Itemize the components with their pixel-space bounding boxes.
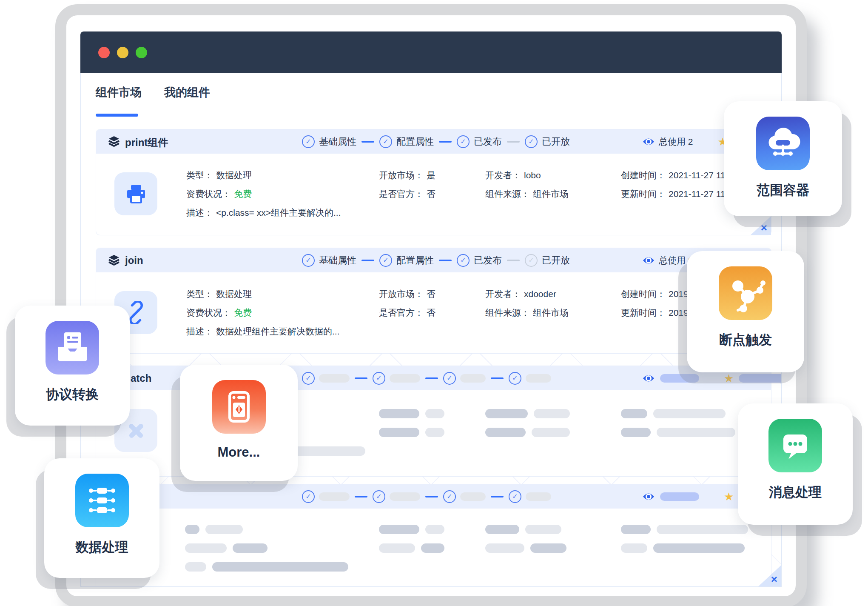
close-icon[interactable]: × <box>761 222 767 233</box>
inbox-icon <box>46 321 99 374</box>
skeleton-pill <box>460 492 486 501</box>
step-connector <box>361 260 374 261</box>
step-label: 基础属性 <box>319 254 356 267</box>
floating-card-more[interactable]: More... <box>180 365 298 481</box>
active-tab-underline <box>96 114 138 117</box>
close-icon[interactable]: × <box>771 574 777 585</box>
skeleton-bar <box>185 543 227 553</box>
field-open-market: 开放市场：是 <box>379 169 435 181</box>
field-source: 组件来源：组件市场 <box>485 307 569 319</box>
skeleton-bar <box>621 543 647 553</box>
skeleton-bar <box>657 525 748 534</box>
step-connector <box>361 141 374 143</box>
skeleton-pill <box>460 374 486 383</box>
step-connector <box>439 260 452 261</box>
component-card-print[interactable]: print组件 ✓基础属性 ✓配置属性 ✓已发布 ✓已开放 总使用 2 ★ <box>96 129 771 235</box>
storefront-icon <box>212 380 266 434</box>
skeleton-bar <box>653 543 745 553</box>
step-label: 配置属性 <box>396 254 434 267</box>
check-icon: ✓ <box>443 490 456 503</box>
step-connector <box>491 377 504 379</box>
skeleton-bar <box>425 428 444 437</box>
check-icon: ✓ <box>373 372 385 385</box>
skeleton-bar <box>657 428 735 437</box>
card-body: 类型：数据处理 资费状况：免费 描述：数据处理组件主要解决数据的... 开放市场… <box>96 272 771 353</box>
check-icon: ✓ <box>457 135 470 148</box>
field-official: 是否官方：否 <box>379 188 435 200</box>
chat-bubble-icon <box>768 419 822 472</box>
printer-icon <box>114 172 157 215</box>
component-card-join[interactable]: join ✓基础属性 ✓配置属性 ✓已发布 ✓已开放 总使用 6 ★ <box>96 248 771 354</box>
close-window-icon[interactable] <box>98 47 110 58</box>
eye-icon <box>642 492 655 502</box>
card-close-fold[interactable]: × <box>751 216 771 235</box>
field-fee: 资费状况：免费 <box>186 188 252 200</box>
eye-icon <box>642 137 655 147</box>
floating-card-label: 消息处理 <box>769 483 822 501</box>
skeleton-bar <box>532 428 570 437</box>
step-connector <box>425 377 438 379</box>
field-desc: 描述：<p.class= xx>组件主要解决的... <box>186 207 341 219</box>
tab-my-components[interactable]: 我的组件 <box>164 85 210 100</box>
skeleton-bar <box>379 428 419 437</box>
skeleton-bar <box>485 525 519 534</box>
maximize-window-icon[interactable] <box>136 47 147 58</box>
minimize-window-icon[interactable] <box>117 47 128 58</box>
step-connector <box>507 260 520 261</box>
skeleton-bar <box>621 409 647 418</box>
check-icon: ✓ <box>379 254 392 267</box>
field-updated: 更新时间：2019-1 <box>621 307 696 319</box>
field-type: 类型：数据处理 <box>186 288 252 300</box>
field-open-market: 开放市场：否 <box>379 288 435 300</box>
floating-card-protocol-convert[interactable]: 协议转换 <box>15 306 130 426</box>
skeleton-bar <box>485 428 526 437</box>
skeleton-pill <box>526 374 551 383</box>
content-close-fold[interactable]: × <box>758 565 781 586</box>
field-type: 类型：数据处理 <box>186 169 252 181</box>
step-connector <box>507 141 520 143</box>
skeleton-pill <box>526 492 551 501</box>
check-icon: ✓ <box>302 490 315 503</box>
check-icon: ✓ <box>302 372 315 385</box>
star-icon: ★ <box>724 491 734 502</box>
skeleton-pill <box>660 374 699 383</box>
check-icon: ✓ <box>302 135 315 148</box>
card-header: join ✓基础属性 ✓配置属性 ✓已发布 ✓已开放 总使用 6 ★ <box>96 248 771 272</box>
floating-card-label: 协议转换 <box>46 386 99 403</box>
molecule-icon <box>719 266 772 320</box>
skeleton-bar <box>379 409 419 418</box>
skeleton-pill <box>390 492 420 501</box>
card-header: ✓ ✓ ✓ ✓ ★ <box>96 484 771 509</box>
floating-card-breakpoint-trigger[interactable]: 断点触发 <box>687 251 804 372</box>
skeleton-bar <box>534 409 570 418</box>
step-label: 已开放 <box>542 135 570 148</box>
status-steps-skeleton: ✓ ✓ ✓ ✓ <box>302 366 551 390</box>
field-created: 创建时间：2021-11-27 11:2 <box>621 169 733 181</box>
component-name-fragment: atch <box>131 372 151 384</box>
skeleton-bar <box>485 543 524 553</box>
skeleton-bar <box>525 525 561 534</box>
field-desc: 描述：数据处理组件主要解决数据的... <box>186 326 340 337</box>
floating-card-label: 数据处理 <box>76 538 128 556</box>
main-content: 组件市场 我的组件 print组件 ✓基础属性 ✓配置属性 ✓已发布 <box>80 73 782 587</box>
tab-component-market[interactable]: 组件市场 <box>96 85 142 100</box>
skeleton-pill <box>660 492 699 501</box>
floating-card-message-processing[interactable]: 消息处理 <box>738 403 853 525</box>
check-icon: ✓ <box>509 490 521 503</box>
component-name: print组件 <box>125 136 168 149</box>
status-steps: ✓基础属性 ✓配置属性 ✓已发布 ✓已开放 <box>302 129 570 154</box>
floating-card-data-processing[interactable]: 数据处理 <box>44 458 159 578</box>
eye-icon <box>642 373 655 383</box>
check-icon: ✓ <box>373 490 385 503</box>
skeleton-bar <box>379 543 415 553</box>
component-card-skeleton-2[interactable]: ✓ ✓ ✓ ✓ ★ <box>96 484 771 587</box>
status-steps: ✓基础属性 ✓配置属性 ✓已发布 ✓已开放 <box>302 248 570 272</box>
check-icon: ✓ <box>525 135 538 148</box>
component-name: join <box>125 254 143 266</box>
skeleton-bar <box>233 543 268 553</box>
floating-card-scope-container[interactable]: 范围容器 <box>724 101 842 216</box>
star-icon: ★ <box>724 373 734 384</box>
floating-card-label: More... <box>218 445 260 460</box>
step-connector <box>491 496 504 497</box>
cloud-network-icon <box>756 117 810 170</box>
